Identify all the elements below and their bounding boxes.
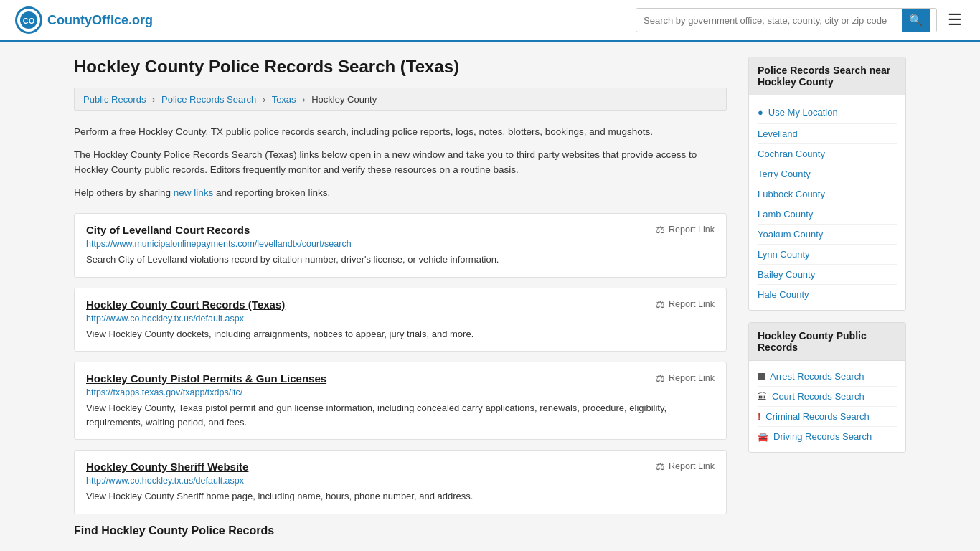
- description-para2: The Hockley County Police Records Search…: [74, 147, 727, 178]
- nearby-link-2[interactable]: Terry County: [758, 169, 811, 179]
- nearby-link-5[interactable]: Yoakum County: [758, 229, 823, 240]
- public-records-item-0: Arrest Records Search: [758, 367, 897, 387]
- result-header: City of Levelland Court Records ⚖ Report…: [86, 224, 715, 236]
- main-container: Hockley County Police Records Search (Te…: [60, 42, 920, 551]
- report-link-2[interactable]: ⚖ Report Link: [656, 372, 715, 384]
- result-url-3[interactable]: http://www.co.hockley.tx.us/default.aspx: [86, 476, 715, 486]
- public-records-link-3[interactable]: Driving Records Search: [773, 431, 872, 442]
- result-url-1[interactable]: http://www.co.hockley.tx.us/default.aspx: [86, 314, 715, 324]
- logo-text: CountyOffice.org: [47, 13, 153, 28]
- car-icon: 🚘: [758, 432, 768, 442]
- nearby-item-6: Lynn County: [758, 245, 897, 265]
- public-records-section: Hockley County Public Records Arrest Rec…: [748, 322, 906, 453]
- breadcrumb: Public Records › Police Records Search ›…: [74, 88, 727, 111]
- result-title-1[interactable]: Hockley County Court Records (Texas): [86, 298, 285, 311]
- breadcrumb-police-records[interactable]: Police Records Search: [161, 94, 256, 105]
- use-location[interactable]: ● Use My Location: [758, 101, 897, 124]
- results-container: City of Levelland Court Records ⚖ Report…: [74, 213, 727, 514]
- menu-icon[interactable]: ☰: [944, 7, 966, 33]
- search-input[interactable]: [636, 10, 902, 31]
- result-item: Hockley County Court Records (Texas) ⚖ R…: [74, 288, 727, 352]
- nearby-link-7[interactable]: Bailey County: [758, 269, 815, 280]
- result-url-0[interactable]: https://www.municipalonlinepayments.com/…: [86, 239, 715, 249]
- result-desc-2: View Hockley County, Texas pistol permit…: [86, 401, 715, 429]
- nearby-link-4[interactable]: Lamb County: [758, 209, 813, 220]
- breadcrumb-current: Hockley County: [311, 94, 377, 105]
- result-item: Hockley County Sheriff Website ⚖ Report …: [74, 450, 727, 514]
- public-records-item-3: 🚘Driving Records Search: [758, 427, 897, 446]
- public-records-item-2: !Criminal Records Search: [758, 407, 897, 427]
- description-para3: Help others by sharing new links and rep…: [74, 185, 727, 201]
- nearby-item-4: Lamb County: [758, 204, 897, 225]
- result-title-0[interactable]: City of Levelland Court Records: [86, 224, 250, 236]
- use-location-link[interactable]: Use My Location: [768, 107, 838, 118]
- logo-icon: CO: [14, 6, 43, 34]
- public-records-items: Arrest Records Search🏛Court Records Sear…: [758, 367, 897, 446]
- square-icon: [758, 373, 765, 380]
- page-title: Hockley County Police Records Search (Te…: [74, 57, 727, 77]
- new-links-link[interactable]: new links: [174, 187, 214, 198]
- public-records-link-0[interactable]: Arrest Records Search: [770, 371, 864, 382]
- pillar-icon: 🏛: [758, 391, 767, 402]
- sidebar: Police Records Search near Hockley Count…: [748, 57, 906, 537]
- report-link-3[interactable]: ⚖ Report Link: [656, 461, 715, 472]
- result-header: Hockley County Pistol Permits & Gun Lice…: [86, 372, 715, 385]
- content-area: Hockley County Police Records Search (Te…: [74, 57, 727, 537]
- nearby-link-6[interactable]: Lynn County: [758, 249, 810, 260]
- nearby-link-1[interactable]: Cochran County: [758, 149, 825, 159]
- excl-icon: !: [758, 411, 760, 422]
- result-desc-0: Search City of Levelland violations reco…: [86, 253, 715, 267]
- result-item: Hockley County Pistol Permits & Gun Lice…: [74, 362, 727, 440]
- nearby-item-3: Lubbock County: [758, 184, 897, 204]
- header: CO CountyOffice.org 🔍 ☰: [0, 0, 980, 42]
- nearby-items: LevellandCochran CountyTerry CountyLubbo…: [758, 124, 897, 304]
- nearby-item-2: Terry County: [758, 164, 897, 184]
- breadcrumb-public-records[interactable]: Public Records: [83, 94, 146, 105]
- find-section-title: Find Hockley County Police Records: [74, 524, 727, 537]
- location-icon: ●: [758, 107, 763, 118]
- search-bar: 🔍: [636, 8, 937, 32]
- nearby-item-0: Levelland: [758, 124, 897, 144]
- public-records-link-1[interactable]: Court Records Search: [772, 391, 864, 402]
- nearby-content: ● Use My Location LevellandCochran Count…: [749, 95, 905, 310]
- result-desc-3: View Hockley County Sheriff home page, i…: [86, 489, 715, 504]
- result-title-2[interactable]: Hockley County Pistol Permits & Gun Lice…: [86, 372, 326, 385]
- nearby-item-1: Cochran County: [758, 144, 897, 164]
- nearby-section: Police Records Search near Hockley Count…: [748, 57, 906, 311]
- header-right: 🔍 ☰: [636, 7, 966, 33]
- nearby-title: Police Records Search near Hockley Count…: [749, 57, 905, 95]
- public-records-title: Hockley County Public Records: [749, 323, 905, 361]
- nearby-item-8: Hale County: [758, 285, 897, 304]
- result-desc-1: View Hockley County dockets, including a…: [86, 327, 715, 342]
- nearby-link-0[interactable]: Levelland: [758, 128, 798, 139]
- description-para1: Perform a free Hockley County, TX public…: [74, 124, 727, 140]
- report-link-1[interactable]: ⚖ Report Link: [656, 298, 715, 310]
- result-header: Hockley County Court Records (Texas) ⚖ R…: [86, 298, 715, 311]
- public-records-content: Arrest Records Search🏛Court Records Sear…: [749, 361, 905, 452]
- result-title-3[interactable]: Hockley County Sheriff Website: [86, 461, 248, 473]
- result-item: City of Levelland Court Records ⚖ Report…: [74, 213, 727, 278]
- public-records-item-1: 🏛Court Records Search: [758, 387, 897, 407]
- search-button[interactable]: 🔍: [902, 9, 930, 32]
- logo-area: CO CountyOffice.org: [14, 6, 153, 34]
- report-link-0[interactable]: ⚖ Report Link: [656, 224, 715, 235]
- nearby-item-5: Yoakum County: [758, 225, 897, 245]
- result-header: Hockley County Sheriff Website ⚖ Report …: [86, 461, 715, 473]
- breadcrumb-texas[interactable]: Texas: [272, 94, 296, 105]
- svg-text:CO: CO: [23, 17, 35, 25]
- result-url-2[interactable]: https://txapps.texas.gov/txapp/txdps/ltc…: [86, 387, 715, 397]
- public-records-link-2[interactable]: Criminal Records Search: [765, 411, 870, 422]
- nearby-item-7: Bailey County: [758, 265, 897, 285]
- nearby-link-3[interactable]: Lubbock County: [758, 189, 825, 199]
- nearby-link-8[interactable]: Hale County: [758, 289, 809, 300]
